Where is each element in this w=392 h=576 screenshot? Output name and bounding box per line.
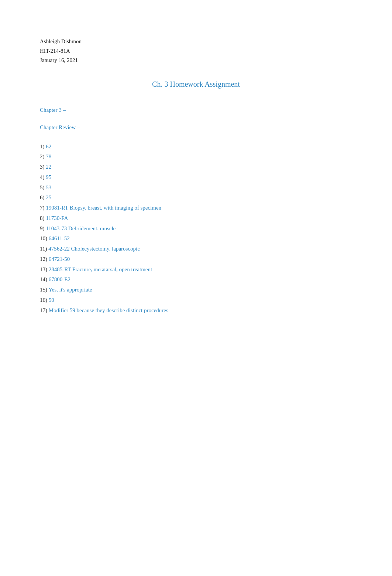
item-number: 8) [40,215,46,221]
answer-value: 11730-FA [46,215,68,221]
item-number: 10) [40,235,49,241]
page-title: Ch. 3 Homework Assignment [40,80,352,89]
answer-list: 1) 622) 783) 224) 955) 536) 257) 19081-R… [40,142,352,316]
answer-value: 28485-RT [49,266,71,272]
answer-value: 22 [46,164,51,170]
answer-item: 15) Yes, it's appropriate [40,285,352,295]
answer-item: 14) 67800-E2 [40,275,352,285]
chapter-section: Chapter 3 – [40,107,352,113]
answer-value: 53 [46,184,51,190]
item-number: 12) [40,256,49,262]
answer-value: Yes, it's appropriate [48,287,92,293]
answer-value: 64721-50 [49,256,70,262]
answer-value: 62 [46,144,51,149]
answer-item: 16) 50 [40,295,352,306]
answer-item: 10) 64611-52 [40,234,352,244]
answer-value: 50 [49,297,54,303]
answer-description: Biopsy, breast, with imaging of specimen [68,205,161,211]
answer-value: 95 [46,174,51,180]
answer-description: Debridement. muscle [67,225,116,231]
item-number: 5) [40,184,46,190]
item-number: 7) [40,205,46,211]
answer-item: 11) 47562-22 Cholecystectomy, laparoscop… [40,244,352,254]
item-number: 6) [40,194,46,200]
item-number: 13) [40,266,49,272]
chapter-review-section: Chapter Review – [40,124,352,131]
item-number: 3) [40,164,46,170]
answer-item: 13) 28485-RT Fracture, metatarsal, open … [40,265,352,275]
answer-item: 1) 62 [40,142,352,152]
item-number: 11) [40,246,48,252]
answer-value: 78 [46,154,51,159]
answer-value: 25 [46,194,51,200]
answer-item: 2) 78 [40,152,352,162]
answer-description: Fracture, metatarsal, open treatment [71,266,152,272]
answer-item: 12) 64721-50 [40,254,352,265]
chapter-review-heading: Chapter Review – [40,124,352,131]
item-number: 15) [40,287,48,293]
answer-item: 8) 11730-FA [40,213,352,224]
item-number: 1) [40,144,46,149]
answer-item: 4) 95 [40,172,352,183]
header-info: Ashleigh Dishmon HIT-214-81A January 16,… [40,37,352,65]
answer-item: 3) 22 [40,162,352,172]
chapter-heading: Chapter 3 – [40,107,352,113]
answer-value: 64611-52 [49,235,70,241]
answer-item: 7) 19081-RT Biopsy, breast, with imaging… [40,203,352,213]
answer-item: 6) 25 [40,193,352,203]
item-number: 14) [40,276,49,282]
answer-value: 67800-E2 [49,276,71,282]
item-number: 9) [40,225,46,231]
item-number: 16) [40,297,49,303]
submission-date: January 16, 2021 [40,56,352,65]
answer-item: 9) 11043-73 Debridement. muscle [40,224,352,234]
answer-item: 5) 53 [40,183,352,193]
answer-value: Modifier 59 because they describe distin… [49,307,168,313]
item-number: 4) [40,174,46,180]
answer-value: 19081-RT [46,205,68,211]
answer-item: 17) Modifier 59 because they describe di… [40,306,352,316]
answer-value: 11043-73 [46,225,67,231]
item-number: 2) [40,154,46,159]
author-name: Ashleigh Dishmon [40,37,352,46]
answer-value: 47562-22 [48,246,70,252]
course-code: HIT-214-81A [40,46,352,56]
answer-description: Cholecystectomy, laparoscopic [70,246,140,252]
item-number: 17) [40,307,49,313]
